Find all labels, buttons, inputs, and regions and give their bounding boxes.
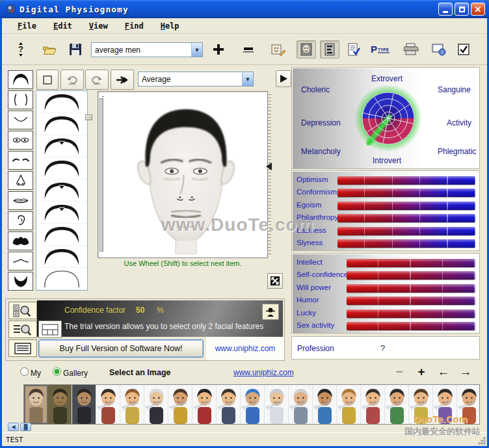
next-image-button[interactable]: → xyxy=(457,363,474,380)
gallery-thumbnail[interactable]: Sample xyxy=(409,385,433,424)
scroll-left-button[interactable]: ◀ xyxy=(8,423,19,431)
hair-style-option[interactable] xyxy=(36,268,87,290)
gallery-thumbnail[interactable]: Sample xyxy=(96,385,120,424)
zoom-in-button[interactable]: + xyxy=(413,363,430,380)
gallery-thumbnail[interactable] xyxy=(48,385,72,424)
prev-image-button[interactable]: ← xyxy=(435,363,452,380)
hair-style-option[interactable] xyxy=(36,202,87,224)
text-view-button[interactable] xyxy=(8,339,37,357)
gallery-thumbnail[interactable]: Sample xyxy=(168,385,192,424)
title-bar[interactable]: Digital Physiognomy ✕ xyxy=(0,0,489,18)
gallery-scrollbar[interactable]: ◀ ▐▌ xyxy=(8,423,31,431)
print-button[interactable] xyxy=(401,40,421,59)
gallery-thumbnail[interactable] xyxy=(24,385,48,424)
category-thin-moustache[interactable] xyxy=(8,252,33,270)
gallery-thumbnail[interactable]: Sample xyxy=(265,385,289,424)
gallery-thumbnail[interactable] xyxy=(72,385,96,424)
gallery-thumbnail[interactable]: Sample xyxy=(457,385,480,424)
my-radio-input[interactable] xyxy=(20,367,29,376)
category-eyebrows[interactable] xyxy=(8,151,33,170)
remove-feature-button[interactable] xyxy=(239,40,258,59)
gallery-radio-input[interactable] xyxy=(53,367,61,376)
gallery-thumbnail[interactable]: Sample xyxy=(217,385,241,424)
category-moustache[interactable] xyxy=(8,231,33,250)
category-lips[interactable] xyxy=(8,191,33,210)
layout-grid-button[interactable] xyxy=(38,321,62,338)
hair-style-option[interactable] xyxy=(36,157,87,179)
play-animation-button[interactable] xyxy=(276,70,291,87)
save-button[interactable] xyxy=(66,40,85,59)
panel-splitter-handle[interactable] xyxy=(85,114,92,120)
zoom-out-button[interactable]: − xyxy=(391,363,408,380)
hair-style-option[interactable] xyxy=(36,91,87,113)
face-canvas[interactable]: - xyxy=(98,91,268,258)
gallery-thumbnail[interactable]: Sample xyxy=(361,385,385,424)
maximize-button[interactable] xyxy=(455,3,469,16)
send-by-email-button[interactable] xyxy=(429,40,449,59)
navigate-help-button[interactable]: ? xyxy=(11,40,31,59)
undo-button[interactable] xyxy=(60,70,84,90)
radio-my[interactable]: My xyxy=(20,367,41,378)
gallery-thumbnail[interactable]: Sample xyxy=(337,385,361,424)
buy-full-version-button[interactable]: Buy Full Version of Software Now! xyxy=(38,339,204,358)
view[interactable]: View xyxy=(85,20,112,32)
category-hair[interactable] xyxy=(8,70,33,89)
gallery-thumbnail[interactable]: Sample xyxy=(144,385,168,424)
vertical-ruler[interactable] xyxy=(267,94,278,257)
trait-scale-bar xyxy=(337,176,475,185)
close-button[interactable]: ✕ xyxy=(471,3,485,16)
hair-style-option[interactable] xyxy=(36,246,87,268)
ruler-slider-arrow[interactable] xyxy=(262,163,272,170)
category-nose[interactable] xyxy=(8,171,33,190)
show-portrait-button[interactable] xyxy=(297,40,316,59)
trait-row: Philanthropy xyxy=(292,213,479,225)
combo-dropdown-icon[interactable]: ▼ xyxy=(242,72,253,86)
zoom-faces-button[interactable] xyxy=(8,302,37,319)
gallery-thumbnail[interactable]: Sample xyxy=(385,385,409,424)
zoom-list-button[interactable] xyxy=(8,321,37,338)
category-ears[interactable] xyxy=(8,211,33,230)
next-feature-button[interactable] xyxy=(111,70,134,90)
category-chin[interactable] xyxy=(8,111,33,129)
combo-dropdown-icon[interactable]: ▼ xyxy=(191,43,202,57)
vertical-zoom-slider[interactable]: - xyxy=(99,98,103,252)
fit-to-window-button[interactable] xyxy=(267,273,283,289)
hair-style-option[interactable] xyxy=(36,224,87,246)
gallery-thumbnail[interactable]: Sample xyxy=(289,385,313,424)
identikit-button[interactable] xyxy=(262,304,279,320)
edit[interactable]: Edit xyxy=(49,20,76,32)
category-eyes[interactable] xyxy=(8,131,33,150)
category-face-shape[interactable] xyxy=(8,90,33,109)
style-combobox[interactable]: Average ▼ xyxy=(138,72,254,86)
edit-portrait-button[interactable] xyxy=(269,40,288,59)
gallery-site-link[interactable]: www.uniphiz.com xyxy=(233,368,294,377)
trait-scale-bar xyxy=(347,310,475,318)
view-report-button[interactable] xyxy=(344,40,363,59)
selection-mode-button[interactable] xyxy=(36,70,59,90)
gallery-thumbnail[interactable]: Sample xyxy=(313,385,337,424)
radio-gallery[interactable]: Gallery xyxy=(53,367,88,378)
add-feature-button[interactable] xyxy=(209,40,228,59)
preset-combobox[interactable]: average men ▼ xyxy=(91,42,203,57)
feature-list-button[interactable] xyxy=(320,40,339,59)
category-beard[interactable] xyxy=(8,272,33,291)
open-file-button[interactable] xyxy=(40,40,59,59)
gallery-thumbnail[interactable]: Sample xyxy=(433,385,457,424)
options-button[interactable] xyxy=(454,40,473,59)
file[interactable]: File xyxy=(14,20,40,32)
scroll-thumb[interactable]: ▐▌ xyxy=(20,423,31,431)
confidence-value: 50 xyxy=(136,306,144,315)
redo-button[interactable] xyxy=(85,70,109,90)
psycho-type-button[interactable]: PTYPE xyxy=(368,40,393,59)
find[interactable]: Find xyxy=(121,20,148,32)
hair-style-option[interactable] xyxy=(36,135,87,157)
gallery-thumbnail[interactable]: Sample xyxy=(241,385,265,424)
hair-style-option[interactable] xyxy=(36,113,87,135)
hair-style-option[interactable] xyxy=(36,179,87,202)
help[interactable]: Help xyxy=(157,20,183,32)
minimize-button[interactable] xyxy=(438,3,453,16)
resize-grip[interactable] xyxy=(477,436,486,445)
gallery-thumbnail[interactable]: Sample xyxy=(120,385,144,424)
vendor-site-link[interactable]: www.uniphiz.com xyxy=(215,344,276,353)
gallery-thumbnail[interactable]: Sample xyxy=(192,385,217,424)
